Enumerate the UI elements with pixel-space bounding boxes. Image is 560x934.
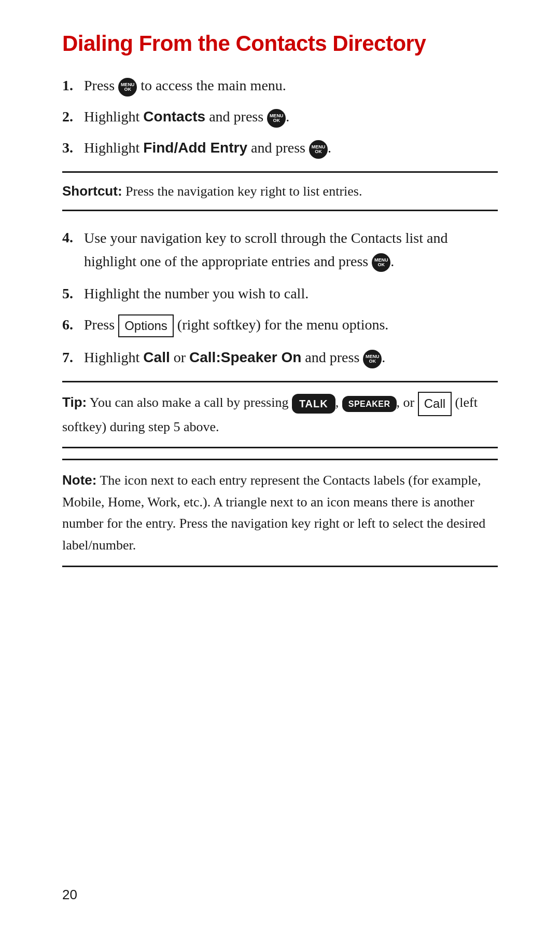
options-key: Options: [118, 314, 174, 337]
tip-text-before: You can also make a call by pressing: [87, 395, 292, 410]
step-1-content: Press MENUOK to access the main menu.: [84, 75, 498, 97]
call-key: Call: [418, 392, 452, 416]
step-5-content: Highlight the number you wish to call.: [84, 283, 498, 305]
step-6-content: Press Options (right softkey) for the me…: [84, 314, 498, 338]
steps-list-2: 4. Use your navigation key to scroll thr…: [62, 227, 498, 368]
call-bold: Call: [143, 349, 170, 365]
note-text: The icon next to each entry represent th…: [62, 473, 485, 553]
step-2-number: 2.: [62, 106, 84, 128]
step-7: 7. Highlight Call or Call:Speaker On and…: [62, 347, 498, 368]
tip-separator-1: ,: [335, 395, 342, 410]
step-3: 3. Highlight Find/Add Entry and press ME…: [62, 137, 498, 159]
shortcut-text: Press the navigation key right to list e…: [122, 184, 362, 199]
menu-ok-button-7: MENUOK: [363, 350, 382, 368]
step-5: 5. Highlight the number you wish to call…: [62, 283, 498, 305]
contacts-bold: Contacts: [143, 108, 205, 125]
steps-list-1: 1. Press MENUOK to access the main menu.…: [62, 75, 498, 159]
step-4-number: 4.: [62, 227, 84, 249]
step-6: 6. Press Options (right softkey) for the…: [62, 314, 498, 338]
step-4: 4. Use your navigation key to scroll thr…: [62, 227, 498, 273]
step-1-number: 1.: [62, 75, 84, 97]
menu-ok-button-3: MENUOK: [309, 140, 328, 159]
step-4-content: Use your navigation key to scroll throug…: [84, 227, 498, 273]
step-2: 2. Highlight Contacts and press MENUOK.: [62, 106, 498, 128]
menu-ok-button-1: MENUOK: [118, 78, 137, 97]
page-number: 20: [62, 887, 77, 903]
note-label: Note:: [62, 472, 96, 488]
step-2-content: Highlight Contacts and press MENUOK.: [84, 106, 498, 128]
menu-ok-button-4: MENUOK: [372, 253, 390, 272]
speaker-button: SPEAKER: [342, 396, 397, 413]
shortcut-box: Shortcut: Press the navigation key right…: [62, 171, 498, 211]
step-5-number: 5.: [62, 283, 84, 305]
step-7-number: 7.: [62, 347, 84, 368]
tip-label: Tip:: [62, 394, 87, 410]
tip-separator-2: , or: [397, 395, 418, 410]
step-1: 1. Press MENUOK to access the main menu.: [62, 75, 498, 97]
tip-box: Tip: You can also make a call by pressin…: [62, 381, 498, 448]
findadd-bold: Find/Add Entry: [143, 140, 247, 156]
shortcut-label: Shortcut:: [62, 183, 122, 199]
step-6-number: 6.: [62, 314, 84, 336]
call-speaker-bold: Call:Speaker On: [189, 349, 301, 365]
menu-ok-button-2: MENUOK: [267, 109, 286, 128]
step-7-content: Highlight Call or Call:Speaker On and pr…: [84, 347, 498, 368]
page-title: Dialing From the Contacts Directory: [62, 31, 498, 56]
step-3-number: 3.: [62, 137, 84, 159]
step-3-content: Highlight Find/Add Entry and press MENUO…: [84, 137, 498, 159]
note-box: Note: The icon next to each entry repres…: [62, 459, 498, 567]
talk-button: TALK: [292, 394, 335, 414]
